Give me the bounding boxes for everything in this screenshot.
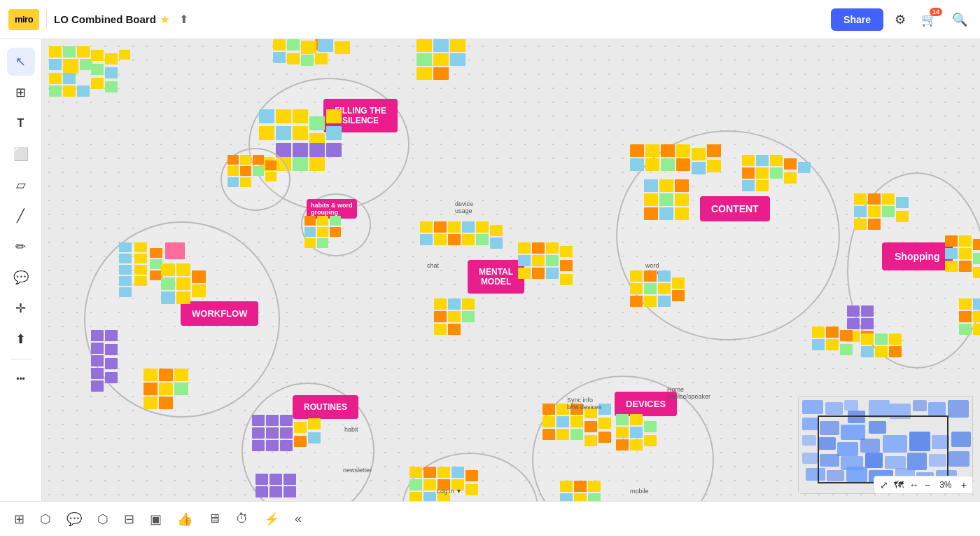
pen-tool[interactable]: ✏ bbox=[7, 233, 35, 261]
left-toolbar: ↖ ⊞ T ⬜ ▱ ╱ ✏ 💬 ✛ ⬆ ••• bbox=[0, 39, 42, 501]
workflow-label: WORKFLOW bbox=[181, 301, 258, 326]
timer-tool[interactable]: ⏱ bbox=[230, 507, 254, 530]
svg-rect-9 bbox=[869, 421, 886, 434]
logo: miro bbox=[8, 9, 39, 30]
comment-tool[interactable]: 💬 bbox=[7, 263, 35, 291]
mental-model-label: MENTALMODEL bbox=[468, 260, 524, 294]
newsletter-label: newsletter bbox=[343, 467, 372, 474]
svg-rect-11 bbox=[913, 400, 927, 411]
shape-tool[interactable]: ▱ bbox=[7, 171, 35, 199]
svg-rect-3 bbox=[844, 400, 858, 411]
export-tool[interactable]: ⬆ bbox=[7, 325, 35, 353]
board-title-area: LO Combined Board ★ bbox=[54, 13, 169, 25]
svg-rect-13 bbox=[948, 400, 969, 418]
svg-rect-28 bbox=[929, 454, 946, 467]
home-device-label: HomeDevice/speaker bbox=[667, 386, 710, 400]
svg-rect-18 bbox=[883, 435, 907, 453]
shape2-tool[interactable]: ⬡ bbox=[92, 507, 114, 531]
svg-rect-31 bbox=[827, 470, 844, 481]
media-tool[interactable]: ▣ bbox=[144, 507, 167, 531]
mobile-label: mobile bbox=[630, 488, 649, 495]
svg-rect-30 bbox=[806, 468, 825, 481]
svg-rect-29 bbox=[948, 451, 969, 467]
frames-tool[interactable]: ⊞ bbox=[7, 78, 35, 106]
share-button[interactable]: Share bbox=[831, 8, 883, 31]
svg-rect-2 bbox=[825, 402, 843, 415]
upload-button[interactable]: ⬆ bbox=[176, 10, 191, 29]
content-label: CONTENT bbox=[700, 196, 770, 221]
comment-tool[interactable]: 💬 bbox=[61, 507, 88, 531]
notifications-button[interactable]: 🛒 14 bbox=[917, 9, 941, 30]
routines-label: ROUTINES bbox=[293, 395, 358, 419]
login-label: Log in ▼ bbox=[437, 488, 462, 495]
fit-width-button[interactable]: ↔ bbox=[909, 479, 919, 490]
habit-label: habit bbox=[344, 426, 358, 433]
text-tool[interactable]: T bbox=[7, 109, 35, 137]
svg-rect-32 bbox=[846, 467, 867, 482]
zoom-in-button[interactable]: + bbox=[961, 479, 967, 490]
lightning-tool[interactable]: ⚡ bbox=[258, 507, 285, 531]
header-right: Share ⚙ 🛒 14 🔍 bbox=[831, 8, 972, 31]
svg-rect-16 bbox=[837, 442, 858, 456]
svg-rect-6 bbox=[802, 418, 818, 430]
plus-tool[interactable]: ✛ bbox=[7, 294, 35, 322]
table-tool[interactable]: ⊟ bbox=[118, 507, 140, 531]
bottom-toolbar: ⊞ ⬡ 💬 ⬡ ⊟ ▣ 👍 🖥 ⏱ ⚡ « bbox=[0, 501, 980, 536]
svg-rect-26 bbox=[885, 456, 906, 469]
more-tools[interactable]: ••• bbox=[7, 365, 35, 393]
notification-badge: 14 bbox=[930, 8, 942, 16]
board-title-text: LO Combined Board bbox=[54, 13, 156, 25]
miro-logo: miro bbox=[8, 9, 39, 30]
svg-rect-19 bbox=[909, 432, 930, 451]
sticky-tool[interactable]: ⬜ bbox=[7, 140, 35, 168]
svg-rect-22 bbox=[802, 453, 818, 464]
map-toggle-button[interactable]: 🗺 bbox=[894, 479, 904, 490]
grid-tool[interactable]: ⊞ bbox=[8, 507, 30, 531]
svg-rect-15 bbox=[818, 437, 836, 450]
toolbar-separator bbox=[10, 359, 31, 359]
svg-rect-20 bbox=[932, 435, 949, 449]
minimap-controls: ⤢ 🗺 ↔ − 3% + bbox=[874, 476, 973, 494]
svg-rect-21 bbox=[951, 432, 971, 447]
header: miro LO Combined Board ★ ⬆ Share ⚙ 🛒 14 … bbox=[0, 0, 980, 39]
star-icon[interactable]: ★ bbox=[160, 14, 169, 25]
collapse-tool[interactable]: « bbox=[289, 507, 307, 530]
zoom-level: 3% bbox=[936, 480, 955, 490]
header-divider bbox=[46, 10, 47, 29]
svg-rect-27 bbox=[907, 453, 927, 470]
svg-rect-12 bbox=[928, 402, 946, 416]
screen-tool[interactable]: 🖥 bbox=[202, 507, 226, 530]
tablet-label: Sync infob/tw devices bbox=[567, 397, 602, 411]
frame-tool[interactable]: ⬡ bbox=[34, 507, 57, 531]
fit-screen-button[interactable]: ⤢ bbox=[880, 479, 888, 490]
svg-rect-8 bbox=[841, 425, 865, 440]
svg-rect-14 bbox=[802, 435, 816, 446]
zoom-out-button[interactable]: − bbox=[925, 479, 930, 490]
svg-rect-1 bbox=[802, 400, 823, 414]
svg-rect-5 bbox=[869, 400, 890, 418]
search-button[interactable]: 🔍 bbox=[948, 9, 972, 30]
settings-button[interactable]: ⚙ bbox=[890, 9, 910, 30]
thumbup-tool[interactable]: 👍 bbox=[172, 507, 198, 531]
svg-rect-23 bbox=[820, 454, 839, 467]
shopping-label: Shopping bbox=[882, 242, 953, 270]
svg-rect-7 bbox=[820, 421, 839, 435]
line-tool[interactable]: ╱ bbox=[7, 202, 35, 230]
cursor-tool[interactable]: ↖ bbox=[7, 48, 35, 76]
svg-rect-17 bbox=[860, 439, 880, 453]
svg-rect-25 bbox=[865, 453, 883, 468]
